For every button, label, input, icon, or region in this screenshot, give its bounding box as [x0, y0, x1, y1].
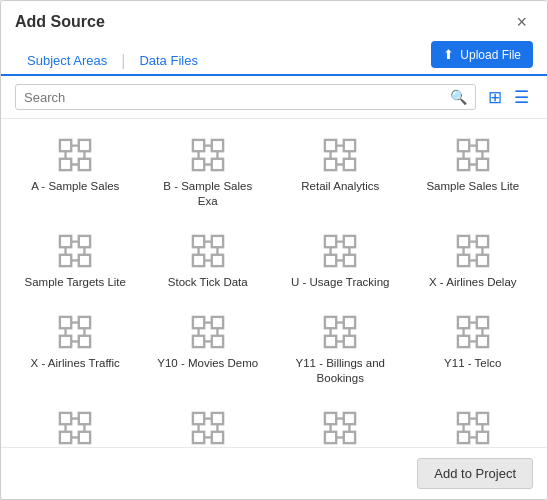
grid-item-label: Y10 - Movies Demo	[157, 356, 258, 371]
title-row: Add Source ×	[15, 11, 533, 33]
grid-item[interactable]: Retail Analytics	[274, 127, 407, 219]
svg-rect-10	[193, 159, 204, 170]
svg-rect-26	[458, 159, 469, 170]
dialog-body: A - Sample Sales B - Sample Sales Exa Re…	[1, 119, 547, 447]
tab-data-files[interactable]: Data Files	[127, 47, 210, 76]
list-view-button[interactable]: ☰	[510, 87, 533, 108]
subject-area-icon	[322, 410, 358, 446]
svg-rect-42	[193, 255, 204, 266]
upload-file-button[interactable]: ⬆ Upload File	[431, 41, 533, 68]
grid-item[interactable]: B - Sample Sales Exa	[142, 127, 275, 219]
svg-rect-113	[344, 413, 355, 424]
grid-item[interactable]: Sample Targets Lite	[9, 223, 142, 300]
subject-area-icon	[57, 314, 93, 350]
grid-item[interactable]: Sample Sales Lite	[407, 127, 540, 219]
grid-item[interactable]	[9, 400, 142, 447]
grid-item-label: Y11 - Billings and Bookings	[285, 356, 395, 386]
subject-area-icon	[190, 233, 226, 269]
svg-rect-121	[477, 413, 488, 424]
svg-rect-59	[477, 255, 488, 266]
grid-item[interactable]: Y11 - Telco	[407, 304, 540, 396]
dialog-footer: Add to Project	[1, 447, 547, 499]
svg-rect-40	[193, 236, 204, 247]
subject-area-icon	[190, 314, 226, 350]
svg-rect-49	[344, 236, 355, 247]
search-icon[interactable]: 🔍	[450, 89, 467, 105]
svg-rect-35	[79, 255, 90, 266]
svg-rect-106	[193, 431, 204, 442]
grid-item[interactable]	[407, 400, 540, 447]
grid-item[interactable]: U - Usage Tracking	[274, 223, 407, 300]
grid-item[interactable]: Y10 - Movies Demo	[142, 304, 275, 396]
grid-view-button[interactable]: ⊞	[484, 87, 506, 108]
svg-rect-123	[477, 431, 488, 442]
subject-area-icon	[57, 410, 93, 446]
view-toggle: ⊞ ☰	[484, 87, 533, 108]
grid-item[interactable]	[142, 400, 275, 447]
svg-rect-51	[344, 255, 355, 266]
svg-rect-96	[60, 413, 71, 424]
svg-rect-57	[477, 236, 488, 247]
grid-item-label: Sample Sales Lite	[426, 179, 519, 194]
tab-subject-areas[interactable]: Subject Areas	[15, 47, 119, 76]
subject-area-icon	[322, 137, 358, 173]
svg-rect-2	[60, 159, 71, 170]
subject-area-icon	[57, 137, 93, 173]
add-to-project-button[interactable]: Add to Project	[417, 458, 533, 489]
tabs-upload-row: Subject Areas | Data Files ⬆ Upload File	[15, 41, 533, 74]
svg-rect-75	[212, 336, 223, 347]
grid-item-label: X - Airlines Delay	[429, 275, 517, 290]
svg-rect-17	[344, 140, 355, 151]
grid-view: A - Sample Sales B - Sample Sales Exa Re…	[9, 127, 539, 447]
svg-rect-67	[79, 336, 90, 347]
svg-rect-114	[325, 431, 336, 442]
grid-item[interactable]: Y11 - Billings and Bookings	[274, 304, 407, 396]
svg-rect-56	[458, 236, 469, 247]
search-box[interactable]: 🔍	[15, 84, 476, 110]
grid-item[interactable]: X - Airlines Traffic	[9, 304, 142, 396]
svg-rect-115	[344, 431, 355, 442]
svg-rect-1	[79, 140, 90, 151]
grid-item-label: A - Sample Sales	[31, 179, 119, 194]
svg-rect-58	[458, 255, 469, 266]
svg-rect-50	[325, 255, 336, 266]
svg-rect-33	[79, 236, 90, 247]
close-button[interactable]: ×	[510, 11, 533, 33]
svg-rect-91	[477, 336, 488, 347]
grid-item-label: Retail Analytics	[301, 179, 379, 194]
add-source-dialog: Add Source × Subject Areas | Data Files …	[0, 0, 548, 500]
subject-area-icon	[322, 233, 358, 269]
grid-item-label: U - Usage Tracking	[291, 275, 389, 290]
grid-item[interactable]: X - Airlines Delay	[407, 223, 540, 300]
svg-rect-122	[458, 431, 469, 442]
grid-item[interactable]: Stock Tick Data	[142, 223, 275, 300]
svg-rect-66	[60, 336, 71, 347]
svg-rect-32	[60, 236, 71, 247]
grid-item[interactable]	[274, 400, 407, 447]
svg-rect-80	[325, 317, 336, 328]
svg-rect-83	[344, 336, 355, 347]
upload-button-label: Upload File	[460, 48, 521, 62]
dialog-header: Add Source × Subject Areas | Data Files …	[1, 1, 547, 76]
subject-area-icon	[455, 233, 491, 269]
dialog-tabs: Subject Areas | Data Files	[15, 47, 210, 74]
svg-rect-107	[212, 431, 223, 442]
svg-rect-19	[344, 159, 355, 170]
svg-rect-64	[60, 317, 71, 328]
svg-rect-97	[79, 413, 90, 424]
svg-rect-41	[212, 236, 223, 247]
search-input[interactable]	[24, 90, 450, 105]
svg-rect-11	[212, 159, 223, 170]
svg-rect-0	[60, 140, 71, 151]
upload-icon: ⬆	[443, 47, 454, 62]
svg-rect-3	[79, 159, 90, 170]
subject-area-icon	[322, 314, 358, 350]
svg-rect-120	[458, 413, 469, 424]
svg-rect-82	[325, 336, 336, 347]
grid-item[interactable]: A - Sample Sales	[9, 127, 142, 219]
subject-area-icon	[57, 233, 93, 269]
svg-rect-99	[79, 431, 90, 442]
svg-rect-65	[79, 317, 90, 328]
svg-rect-88	[458, 317, 469, 328]
subject-area-icon	[455, 137, 491, 173]
